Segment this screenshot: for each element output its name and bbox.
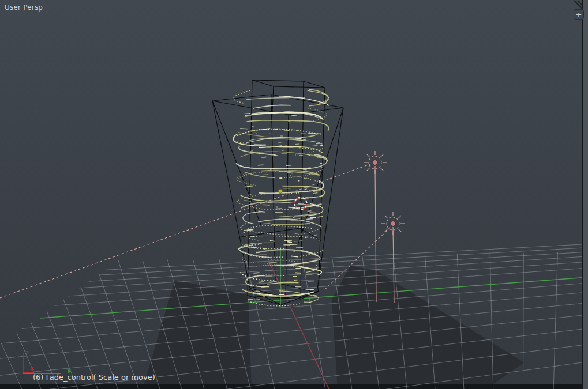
viewport-scrollbar[interactable] (582, 0, 588, 389)
gizmo-z-label: z (25, 349, 29, 356)
gizmo-y-label: y (67, 367, 71, 374)
object-origin-dot (279, 190, 283, 194)
scene-canvas[interactable] (0, 0, 588, 389)
gizmo-x-label: x (30, 364, 34, 372)
expand-panel-button[interactable]: + (574, 9, 584, 20)
blender-3d-viewport[interactable]: User Persp (6) Fade_control( Scale or mo… (0, 0, 588, 389)
